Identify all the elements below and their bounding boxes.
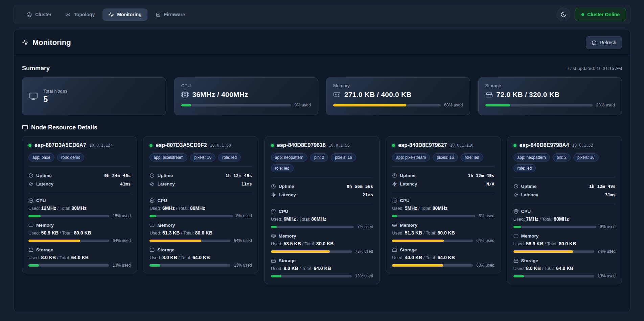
percent-used-label: 9% used bbox=[294, 103, 311, 107]
page-title: Monitoring bbox=[22, 38, 71, 47]
memory-icon bbox=[28, 223, 33, 228]
node-header: esp-840D8E979627 10.0.1.110 bbox=[392, 142, 494, 148]
progress-fill bbox=[271, 226, 277, 228]
progress-fill bbox=[28, 264, 39, 267]
storage-icon bbox=[392, 247, 397, 252]
node-ip: 10.0.1.53 bbox=[572, 143, 593, 148]
node-tag: app: pixelstream bbox=[150, 153, 187, 162]
progress-row: 15% used bbox=[28, 214, 131, 218]
top-nav: Cluster Topology Monitoring Firmware bbox=[14, 5, 630, 24]
moon-icon bbox=[560, 11, 567, 18]
node-tags: app: pixelstreampixels: 16role: led bbox=[392, 153, 494, 162]
uptime-label: Uptime bbox=[279, 184, 294, 189]
page-title-text: Monitoring bbox=[32, 38, 71, 47]
node-ip: 10.0.1.55 bbox=[329, 143, 350, 148]
progress-fill bbox=[28, 215, 41, 217]
tab-monitoring[interactable]: Monitoring bbox=[102, 8, 147, 21]
percent-used-label: 13% used bbox=[113, 263, 131, 268]
node-header: esp-840D8E9798A4 10.0.1.53 bbox=[513, 142, 616, 148]
progress-row: 74% used bbox=[513, 249, 616, 254]
progress-track bbox=[28, 264, 109, 267]
progress-track bbox=[271, 250, 352, 253]
divider bbox=[150, 193, 252, 193]
percent-used-label: 74% used bbox=[598, 249, 616, 254]
cpu-label: CPU bbox=[36, 198, 46, 203]
storage-label: Storage bbox=[157, 247, 174, 252]
monitoring-panel: Monitoring Refresh Summary Last updated:… bbox=[14, 29, 630, 312]
node-tags: app: neopatternpin: 2pixels: 16role: led bbox=[513, 153, 616, 172]
zap-icon bbox=[271, 192, 276, 197]
refresh-button[interactable]: Refresh bbox=[586, 36, 622, 49]
storage-icon bbox=[28, 247, 33, 252]
cpu-icon bbox=[392, 198, 397, 203]
cpu-usage-text: Used: 5MHz / Total: 80MHz bbox=[392, 205, 494, 211]
node-tag: role: demo bbox=[57, 153, 85, 162]
progress-fill bbox=[392, 240, 444, 242]
progress-track bbox=[485, 104, 593, 106]
storage-section: Storage Used: 8.0 KB / Total: 64.0 KB 13… bbox=[513, 258, 616, 278]
percent-used-label: 8% used bbox=[236, 214, 252, 218]
progress-fill bbox=[513, 250, 573, 253]
node-tag: pin: 2 bbox=[310, 153, 328, 162]
divider bbox=[513, 177, 616, 177]
tab-topology[interactable]: Topology bbox=[59, 8, 100, 21]
uptime-value: 0h 56m 56s bbox=[347, 184, 373, 189]
summary-header: Summary Last updated: 10:31:15 AM bbox=[22, 65, 622, 72]
monitoring-icon bbox=[108, 12, 114, 18]
memory-label: Memory bbox=[157, 223, 175, 228]
progress-row: 13% used bbox=[513, 274, 616, 278]
progress-track bbox=[150, 264, 230, 267]
progress-track bbox=[271, 226, 354, 228]
node-tag: role: led bbox=[218, 153, 241, 162]
progress-row: 13% used bbox=[28, 263, 131, 268]
progress-fill bbox=[392, 215, 397, 217]
monitor-icon bbox=[29, 92, 38, 101]
percent-used-label: 7% used bbox=[357, 224, 373, 229]
storage-label: Storage bbox=[521, 258, 538, 263]
uptime-label: Uptime bbox=[521, 184, 537, 189]
tab-label: Firmware bbox=[164, 12, 185, 17]
memory-usage-text: Used: 51.3 KB / Total: 80.0 KB bbox=[150, 230, 252, 236]
latency-value: 31ms bbox=[605, 192, 616, 197]
summary-card-label: CPU bbox=[181, 83, 311, 88]
node-tag: role: led bbox=[513, 164, 536, 172]
firmware-icon bbox=[155, 12, 161, 18]
latency-label: Latency bbox=[400, 181, 417, 187]
refresh-icon bbox=[592, 40, 597, 45]
latency-label: Latency bbox=[521, 192, 538, 197]
storage-icon bbox=[485, 91, 493, 98]
cluster-status-badge[interactable]: Cluster Online bbox=[575, 8, 626, 21]
progress-track bbox=[392, 240, 473, 242]
monitor-icon bbox=[22, 125, 28, 131]
node-tag: app: pixelstream bbox=[392, 153, 430, 162]
theme-toggle-button[interactable] bbox=[557, 8, 570, 21]
progress-track bbox=[271, 275, 352, 277]
uptime-value: 1h 12m 49s bbox=[226, 173, 252, 178]
divider bbox=[271, 204, 373, 204]
tab-cluster[interactable]: Cluster bbox=[21, 8, 57, 21]
memory-usage-text: Used: 58.9 KB / Total: 80.0 KB bbox=[513, 241, 616, 246]
memory-section: Memory Used: 58.9 KB / Total: 80.0 KB 74… bbox=[513, 233, 616, 254]
latency-value: 41ms bbox=[120, 181, 131, 187]
percent-used-label: 64% used bbox=[113, 238, 131, 243]
uptime-row: Uptime 0h 24m 46s bbox=[28, 171, 131, 180]
panel-body: Summary Last updated: 10:31:15 AM Total … bbox=[14, 65, 630, 292]
cpu-usage-text: Used: 6MHz / Total: 80MHz bbox=[271, 216, 373, 222]
progress-fill bbox=[150, 240, 201, 242]
storage-section: Storage Used: 40.0 KB / Total: 64.0 KB 6… bbox=[392, 247, 494, 268]
tab-firmware[interactable]: Firmware bbox=[150, 8, 191, 21]
percent-used-label: 15% used bbox=[113, 214, 131, 218]
clock-icon bbox=[150, 173, 155, 178]
cluster-status-label: Cluster Online bbox=[587, 12, 620, 17]
progress-row: 23% used bbox=[485, 103, 615, 107]
online-dot-icon bbox=[581, 13, 584, 16]
node-card: esp-807D3A5CD6A7 10.0.1.134 app: baserol… bbox=[22, 137, 137, 273]
node-tag: pixels: 16 bbox=[433, 153, 458, 162]
cpu-section: CPU Used: 7MHz / Total: 80MHz 9% used bbox=[513, 209, 616, 229]
uptime-label: Uptime bbox=[157, 173, 173, 178]
cpu-usage-text: Used: 7MHz / Total: 80MHz bbox=[513, 216, 616, 222]
progress-track bbox=[513, 275, 594, 277]
storage-label: Storage bbox=[400, 247, 417, 252]
cpu-label: CPU bbox=[521, 209, 531, 214]
node-tag: app: neopattern bbox=[513, 153, 550, 162]
